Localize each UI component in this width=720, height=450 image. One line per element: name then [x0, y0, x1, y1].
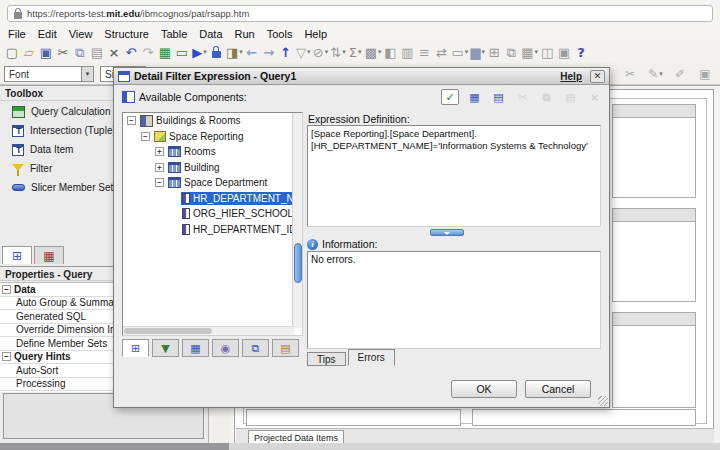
- suppress-button[interactable]: ⊘▾: [312, 43, 329, 62]
- cut-button[interactable]: ✂: [55, 43, 72, 62]
- parameters-tab[interactable]: ⧉: [242, 339, 269, 357]
- copy-expression-button[interactable]: ⧉: [538, 89, 555, 105]
- tree-item-space-department[interactable]: − Space Department: [123, 175, 302, 191]
- save-button[interactable]: ▣: [38, 43, 55, 62]
- expression-splitter-handle[interactable]: [430, 229, 464, 236]
- insertable-objects-tab-1[interactable]: ⊞: [2, 246, 32, 264]
- split-cells-button[interactable]: ◫: [539, 43, 556, 62]
- menu-item[interactable]: Run: [229, 27, 261, 41]
- insert-package-button[interactable]: ◨▾: [225, 43, 244, 62]
- menu-item[interactable]: File: [2, 27, 32, 41]
- tree-item-buildings-rooms[interactable]: − Buildings & Rooms: [123, 113, 302, 129]
- forward-button[interactable]: →: [261, 43, 278, 62]
- new-report-button[interactable]: ▢: [4, 43, 21, 62]
- xml-button[interactable]: ▭: [174, 43, 191, 62]
- tree-item-space-reporting[interactable]: − Space Reporting: [123, 129, 302, 145]
- tree-expander-icon[interactable]: −: [127, 116, 136, 125]
- page-structure-button[interactable]: ≡: [416, 43, 433, 62]
- menu-item[interactable]: Tools: [261, 27, 299, 41]
- insert-value-button[interactable]: ▦: [466, 89, 483, 105]
- tree-item-org-hier-school[interactable]: ORG_HIER_SCHOOL_: [123, 206, 302, 222]
- scrollbar-thumb[interactable]: [294, 243, 302, 283]
- delete-button[interactable]: ×: [106, 43, 123, 62]
- cancel-button[interactable]: Cancel: [525, 380, 591, 398]
- tree-vertical-scrollbar[interactable]: [292, 113, 302, 328]
- tree-expander-icon[interactable]: [169, 194, 178, 203]
- insertable-objects-tab-2[interactable]: ▦: [34, 246, 64, 264]
- tree-item-hr-department-name[interactable]: HR_DEPARTMENT_NA: [123, 191, 302, 207]
- merge-cells-button[interactable]: ▣: [556, 43, 573, 62]
- expression-definition-input[interactable]: [Space Reporting].[Space Department].[HR…: [307, 125, 601, 227]
- menu-item[interactable]: Table: [155, 27, 193, 41]
- undo-button[interactable]: ↶: [123, 43, 140, 62]
- menu-item[interactable]: Data: [193, 27, 228, 41]
- collapse-icon[interactable]: −: [2, 352, 11, 361]
- swap-rows-columns-button[interactable]: ⇄: [433, 43, 450, 62]
- menu-item[interactable]: Help: [298, 27, 333, 41]
- list-layout-button[interactable]: ▥: [399, 43, 416, 62]
- macros-tab[interactable]: ▤: [272, 339, 299, 357]
- tree-item-rooms[interactable]: + Rooms: [123, 144, 302, 160]
- open-report-button[interactable]: ▱: [21, 43, 38, 62]
- tree-expander-icon[interactable]: +: [155, 147, 164, 156]
- export-excel-button[interactable]: ▦: [157, 43, 174, 62]
- sort-button[interactable]: ⇅▾: [329, 43, 346, 62]
- menu-item[interactable]: View: [63, 27, 99, 41]
- tree-horizontal-scrollbar[interactable]: [123, 326, 294, 335]
- data-items-tab[interactable]: ▼: [152, 339, 179, 357]
- source-tab[interactable]: ⊞: [122, 339, 149, 357]
- scrollbar-thumb[interactable]: [124, 328, 212, 334]
- tree-expander-icon[interactable]: [169, 225, 178, 234]
- chart-button[interactable]: ▆▾: [469, 43, 486, 62]
- filter-button[interactable]: ▽▾: [295, 43, 312, 62]
- lock-page-objects-button[interactable]: [208, 43, 225, 62]
- image-style-icon[interactable]: ▣: [697, 65, 714, 84]
- tree-expander-icon[interactable]: −: [141, 132, 150, 141]
- chevron-down-icon[interactable]: ▾: [81, 67, 93, 81]
- paste-button[interactable]: ▤: [89, 43, 106, 62]
- collapse-icon[interactable]: −: [2, 285, 11, 294]
- tips-tab[interactable]: Tips: [307, 352, 346, 366]
- menu-item[interactable]: Structure: [98, 27, 155, 41]
- menu-item[interactable]: Edit: [32, 27, 63, 41]
- copy-button[interactable]: ⧉: [72, 43, 89, 62]
- query-pane-box-header: [613, 313, 695, 326]
- queries-tab[interactable]: ▦: [182, 339, 209, 357]
- tree-item-building[interactable]: + Building: [123, 160, 302, 176]
- page-layers-button[interactable]: ▭▾: [450, 43, 469, 62]
- run-report-button[interactable]: ▶▾: [191, 43, 208, 62]
- back-button[interactable]: ←: [244, 43, 261, 62]
- style-pick-icon[interactable]: ✎▾: [647, 65, 664, 84]
- parent-button[interactable]: ↑: [278, 43, 295, 62]
- table-button[interactable]: ▦▾: [520, 43, 539, 62]
- validate-button[interactable]: ✓: [441, 89, 459, 105]
- aggregate-button[interactable]: Σ▾: [347, 43, 364, 62]
- tree-expander-icon[interactable]: +: [155, 163, 164, 172]
- cut-expression-button[interactable]: ✂: [514, 89, 531, 105]
- tree-item-hr-department-id[interactable]: HR_DEPARTMENT_ID: [123, 222, 302, 238]
- style-cut-icon[interactable]: ✂: [622, 65, 639, 84]
- paste-expression-button[interactable]: ▤: [562, 89, 579, 105]
- comment-button[interactable]: ▤: [490, 89, 507, 105]
- dialog-help-link[interactable]: Help: [560, 71, 582, 82]
- headers-footers-button[interactable]: ◧: [382, 43, 399, 62]
- tree-expander-icon[interactable]: [169, 209, 178, 218]
- ssl-lock-icon: [14, 12, 22, 19]
- redo-button[interactable]: ↷: [140, 43, 157, 62]
- functions-tab[interactable]: ◉: [212, 339, 239, 357]
- errors-tab[interactable]: Errors: [348, 349, 395, 366]
- apply-style-icon[interactable]: ✐: [672, 65, 689, 84]
- section-button[interactable]: ▩▾: [364, 43, 383, 62]
- help-button[interactable]: ?: [573, 43, 590, 62]
- ok-button[interactable]: OK: [451, 380, 517, 398]
- tree-expander-icon[interactable]: −: [155, 178, 164, 187]
- address-bar[interactable]: https://reports-test.mit.edu/ibmcognos/p…: [7, 5, 713, 22]
- resize-grip[interactable]: [598, 396, 608, 406]
- font-select[interactable]: Font ▾: [4, 66, 94, 82]
- dialog-titlebar[interactable]: Detail Filter Expression - Query1 Help ✕: [114, 68, 609, 85]
- delete-expression-button[interactable]: ×: [586, 89, 603, 105]
- slicer-icon: [12, 184, 25, 191]
- close-icon[interactable]: ✕: [590, 70, 605, 83]
- crosstab-button[interactable]: ⊞: [486, 43, 503, 62]
- copy-format-button[interactable]: ⧉: [503, 43, 520, 62]
